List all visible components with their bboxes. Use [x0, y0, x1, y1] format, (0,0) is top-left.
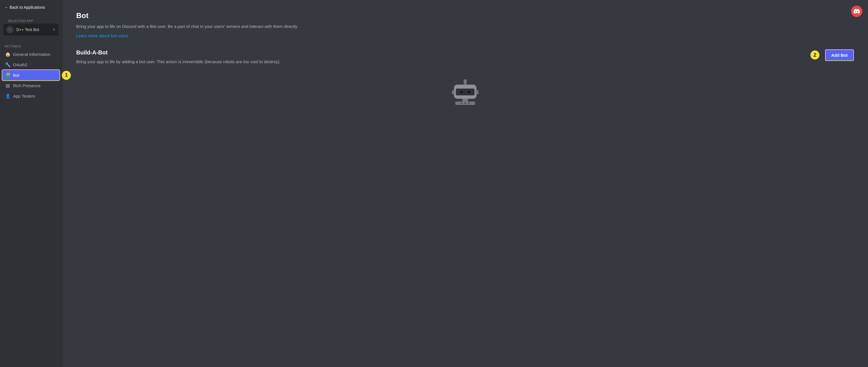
- svg-rect-13: [452, 90, 455, 94]
- svg-point-3: [468, 102, 470, 104]
- sidebar-item-rich-presence[interactable]: ▤ Rich Presence ›: [2, 80, 60, 91]
- build-a-bot-description: Bring your app to life by adding a bot u…: [76, 59, 288, 65]
- wrench-icon: 🔧: [5, 62, 10, 67]
- add-bot-area: 2 Add Bot: [810, 49, 854, 61]
- svg-point-10: [460, 90, 463, 94]
- rich-presence-icon: ▤: [5, 83, 10, 88]
- add-bot-button[interactable]: Add Bot: [825, 49, 854, 61]
- sidebar-item-label: OAuth2: [13, 62, 57, 67]
- sidebar-item-label: General Information: [13, 52, 57, 57]
- robot-illustration: [76, 76, 854, 116]
- back-to-applications-link[interactable]: ← Back to Applications: [0, 0, 62, 15]
- sidebar-item-label: Bot: [13, 73, 57, 77]
- app-selector-dropdown[interactable]: D D++ Test Bot ▼: [3, 24, 58, 36]
- sidebar-item-bot[interactable]: 🧩 Bot 1: [2, 70, 60, 80]
- annotation-2: 2: [810, 51, 819, 60]
- svg-point-1: [461, 102, 462, 104]
- sidebar-item-oauth2[interactable]: 🔧 OAuth2: [2, 60, 60, 70]
- svg-point-2: [464, 102, 466, 104]
- svg-rect-14: [476, 90, 478, 94]
- svg-point-12: [467, 90, 470, 94]
- page-description: Bring your app to life on Discord with a…: [76, 24, 330, 30]
- robot-svg: [447, 76, 484, 116]
- app-name: D++ Test Bot: [17, 27, 50, 32]
- learn-more-link[interactable]: Learn more about bot users: [76, 33, 128, 38]
- svg-point-7: [464, 79, 467, 82]
- user-icon: 👤: [5, 93, 10, 99]
- puzzle-icon: 🧩: [5, 72, 10, 78]
- sidebar: ← Back to Applications SELECTED APP D D+…: [0, 0, 62, 367]
- build-a-bot-section: Build-A-Bot Bring your app to life by ad…: [76, 49, 854, 116]
- svg-rect-8: [456, 89, 474, 95]
- page-title: Bot: [76, 11, 854, 20]
- discord-logo: [851, 6, 862, 17]
- sidebar-item-label: App Testers: [13, 94, 57, 98]
- chevron-right-icon: ›: [56, 84, 57, 88]
- settings-nav: 🏠 General Information 🔧 OAuth2 🧩 Bot 1 ▤…: [0, 49, 62, 101]
- sidebar-item-app-testers[interactable]: 👤 App Testers: [2, 91, 60, 101]
- chevron-down-icon: ▼: [52, 28, 56, 32]
- app-avatar: D: [6, 26, 13, 33]
- build-a-bot-title: Build-A-Bot: [76, 49, 854, 56]
- sidebar-item-label: Rich Presence: [13, 83, 53, 88]
- selected-app-section: SELECTED APP D D++ Test Bot ▼: [0, 15, 62, 40]
- selected-app-label: SELECTED APP: [3, 17, 58, 24]
- sidebar-item-general-information[interactable]: 🏠 General Information: [2, 49, 60, 60]
- annotation-1: 1: [62, 71, 71, 80]
- settings-section-label: SETTINGS: [0, 42, 62, 49]
- home-icon: 🏠: [5, 52, 10, 57]
- main-content: Bot Bring your app to life on Discord wi…: [62, 0, 868, 367]
